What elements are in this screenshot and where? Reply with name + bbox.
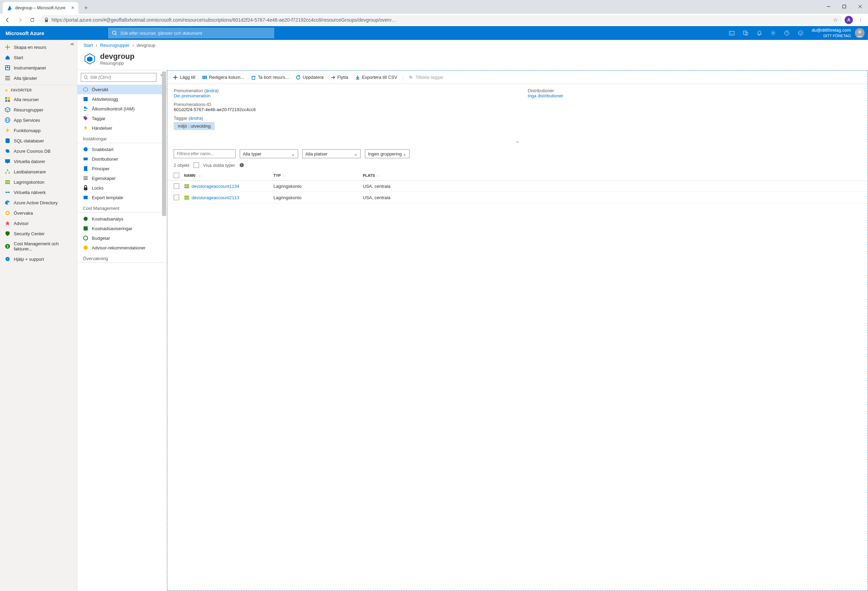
settings-icon[interactable]: [766, 26, 780, 40]
submenu-budgets[interactable]: Budgetar: [77, 233, 167, 243]
essentials-collapse-icon[interactable]: ︽: [167, 137, 867, 145]
submenu-activity[interactable]: Aktivitetslogg: [77, 94, 167, 104]
sidebar-load-balancers[interactable]: Lastbalanserare: [0, 167, 77, 177]
submenu-tags[interactable]: Taggar: [77, 114, 167, 123]
sidebar-help[interactable]: ?Hjälp + support: [0, 254, 77, 264]
sidebar-vnets[interactable]: Virtuella nätverk: [0, 187, 77, 198]
submenu-properties[interactable]: Egenskaper: [77, 173, 167, 183]
maximize-button[interactable]: [836, 1, 852, 12]
sidebar-app-services[interactable]: App Services: [0, 115, 77, 125]
back-button[interactable]: [3, 15, 12, 25]
subscription-link[interactable]: Din prenumeration: [174, 93, 211, 98]
resource-link[interactable]: devstorageaccount1134: [192, 184, 239, 189]
chevron-down-icon: ⌄: [291, 151, 295, 157]
user-avatar-icon[interactable]: [855, 28, 865, 38]
resource-link[interactable]: devstorageaccount2113: [192, 195, 239, 200]
sidebar-cosmos-db[interactable]: Azure Cosmos DB: [0, 146, 77, 156]
submenu-cost-alerts[interactable]: Kostnadsaviseringar: [77, 224, 167, 233]
submenu-cost-analysis[interactable]: Kostnadsanalys: [77, 214, 167, 224]
cloud-shell-icon[interactable]: [725, 26, 739, 40]
sidebar-storage[interactable]: Lagringskonton: [0, 177, 77, 187]
submenu-deployments[interactable]: Distributioner: [77, 154, 167, 164]
notifications-icon[interactable]: [753, 26, 766, 40]
feedback-icon[interactable]: [794, 26, 807, 40]
sidebar-home[interactable]: Start: [0, 52, 77, 63]
submenu-export[interactable]: Export template: [77, 193, 167, 202]
submenu-search[interactable]: [81, 73, 156, 82]
submenu-search-input[interactable]: [90, 75, 154, 80]
info-icon[interactable]: i: [239, 163, 244, 167]
refresh-button[interactable]: Uppdatera: [293, 73, 326, 81]
browser-menu-icon[interactable]: ⋮: [856, 15, 865, 25]
forward-button[interactable]: [15, 15, 25, 25]
breadcrumb-rg[interactable]: Resursgrupper: [100, 43, 130, 48]
sidebar-security[interactable]: Security Center: [0, 228, 77, 239]
svg-rect-28: [8, 100, 10, 102]
subscription-label: Prenumeration: [174, 88, 203, 93]
minimize-button[interactable]: [821, 1, 836, 12]
sidebar-cost[interactable]: $Cost Management och fakturer...: [0, 239, 77, 254]
select-all-checkbox[interactable]: [174, 173, 179, 178]
filter-name-input[interactable]: [174, 149, 236, 158]
resource-row[interactable]: devstorageaccount1134 Lagringskonto USA,…: [167, 180, 867, 192]
add-button[interactable]: Lägg till: [170, 73, 198, 81]
tab-close-icon[interactable]: ×: [71, 5, 74, 11]
submenu-overview[interactable]: Översikt: [77, 85, 167, 94]
sidebar-vms[interactable]: Virtuella datorer: [0, 156, 77, 167]
scrollbar[interactable]: [162, 72, 166, 216]
sidebar-advisor[interactable]: Advisor: [0, 218, 77, 228]
row-checkbox[interactable]: [174, 183, 179, 189]
sidebar-sql-db[interactable]: SQL-databaser: [0, 136, 77, 146]
move-button[interactable]: Flytta: [328, 73, 351, 81]
filter-grouping-select[interactable]: Ingen gruppering⌄: [365, 149, 410, 158]
help-icon[interactable]: [780, 26, 794, 40]
sidebar-monitor[interactable]: Övervaka: [0, 208, 77, 218]
submenu-quickstart[interactable]: Snabbstart: [77, 145, 167, 154]
tag-pill[interactable]: miljö : utveckling: [174, 122, 215, 130]
col-name-header[interactable]: NAMN↑↓: [184, 173, 273, 177]
submenu-locks[interactable]: Locks: [77, 183, 167, 193]
sidebar-collapse-icon[interactable]: ≪: [70, 42, 74, 46]
row-checkbox[interactable]: [174, 195, 179, 200]
breadcrumb-home[interactable]: Start: [84, 43, 93, 48]
profile-avatar[interactable]: A: [844, 16, 853, 24]
sidebar-create-resource[interactable]: Skapa en resurs: [0, 42, 77, 52]
submenu-events[interactable]: Händelser: [77, 123, 167, 133]
sidebar-function-app[interactable]: Funktionsapp: [0, 125, 77, 136]
sidebar-dashboard[interactable]: Instrumentpanel: [0, 63, 77, 73]
directory-filter-icon[interactable]: [739, 26, 753, 40]
deployments-link[interactable]: Inga distributioner: [528, 93, 563, 98]
sidebar-all-services[interactable]: Alla tjänster: [0, 73, 77, 83]
svg-point-65: [84, 217, 88, 221]
delete-button[interactable]: Ta bort resurs...: [248, 73, 292, 81]
grid-header: NAMN↑↓ TYP↑↓ PLATS↑↓: [167, 171, 867, 180]
show-hidden-checkbox[interactable]: [193, 163, 199, 168]
sidebar-resource-groups[interactable]: Resursgrupper: [0, 105, 77, 115]
svg-point-15: [858, 30, 862, 34]
col-type-header[interactable]: TYP↑↓: [273, 173, 363, 177]
change-subscription-link[interactable]: ändra: [206, 88, 217, 93]
close-window-button[interactable]: [852, 1, 868, 12]
sidebar-all-resources[interactable]: Alla resurser: [0, 94, 77, 105]
edit-columns-button[interactable]: Redigera kolum...: [199, 73, 247, 81]
search-input[interactable]: [120, 31, 270, 36]
address-bar[interactable]: https://portal.azure.com/#@geoffallixhot…: [40, 15, 842, 25]
reload-button[interactable]: [28, 15, 37, 25]
submenu-iam[interactable]: Åtkomstkontroll (IAM): [77, 104, 167, 114]
submenu-advisor-rec[interactable]: Advisor-rekommendationer: [77, 243, 167, 253]
export-csv-button[interactable]: Exportera till CSV: [353, 73, 400, 81]
filter-locations-select[interactable]: Alla platser⌄: [302, 149, 361, 158]
resource-row[interactable]: devstorageaccount2113 Lagringskonto USA,…: [167, 192, 867, 203]
filter-types-select[interactable]: Alla typer⌄: [240, 149, 298, 158]
user-info[interactable]: du@dittföretag.com DITT FÖRETAG: [807, 28, 855, 38]
change-tags-link[interactable]: ändra: [190, 115, 202, 121]
browser-tab[interactable]: devgroup – Microsoft Azure ×: [3, 2, 78, 14]
new-tab-button[interactable]: +: [81, 3, 91, 13]
submenu-policies[interactable]: Principer: [77, 164, 167, 173]
sidebar-aad[interactable]: Azure Active Directory: [0, 198, 77, 208]
col-location-header[interactable]: PLATS↑↓: [363, 173, 861, 177]
global-search[interactable]: [108, 28, 274, 38]
azure-logo[interactable]: Microsoft Azure: [0, 30, 50, 36]
deploy-icon: [83, 156, 89, 162]
star-icon[interactable]: ☆: [833, 16, 838, 23]
